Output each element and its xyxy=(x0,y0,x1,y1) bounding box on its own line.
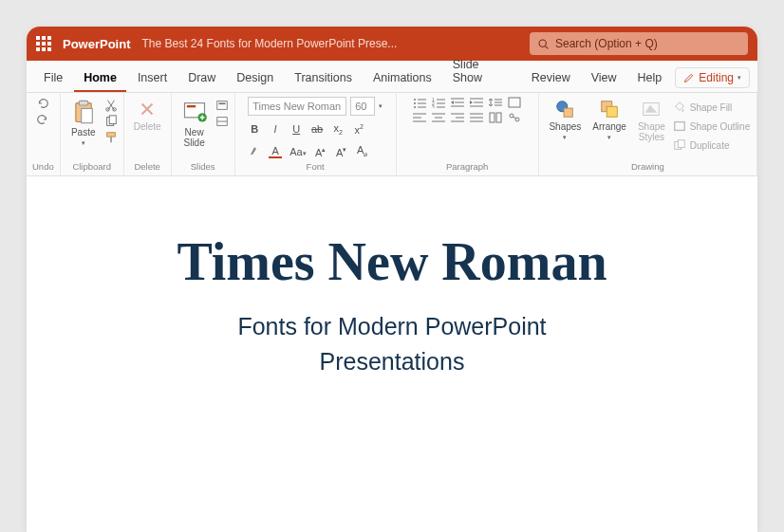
font-name-input[interactable]: Times New Roman xyxy=(248,97,346,116)
slide-canvas[interactable]: Times New Roman Fonts for Modern PowerPo… xyxy=(27,176,757,532)
tab-view[interactable]: View xyxy=(582,64,626,92)
increase-indent-button[interactable] xyxy=(470,97,483,108)
svg-rect-4 xyxy=(81,109,92,123)
group-undo-label: Undo xyxy=(32,161,54,174)
change-case-button[interactable]: Aa▾ xyxy=(289,146,306,157)
svg-point-6 xyxy=(112,108,116,112)
chevron-down-icon: ▾ xyxy=(82,139,85,147)
tab-animations[interactable]: Animations xyxy=(364,64,441,92)
svg-rect-62 xyxy=(675,122,685,131)
arrange-button[interactable]: Arrange ▾ xyxy=(588,97,630,143)
highlight-button[interactable] xyxy=(248,145,261,158)
editing-mode-button[interactable]: Editing ▾ xyxy=(675,67,750,88)
redo-icon[interactable] xyxy=(36,113,49,126)
group-slides: New Slide Slides xyxy=(172,93,235,175)
tab-insert[interactable]: Insert xyxy=(128,64,177,92)
font-color-button[interactable]: A xyxy=(269,145,282,158)
numbering-button[interactable]: 123 xyxy=(432,97,445,108)
justify-button[interactable] xyxy=(470,112,483,123)
align-right-button[interactable] xyxy=(451,112,464,123)
slide-subtitle-line2: Presentations xyxy=(320,348,465,375)
svg-point-18 xyxy=(414,99,416,101)
tab-draw[interactable]: Draw xyxy=(178,64,225,92)
arrange-icon xyxy=(599,99,620,119)
group-delete: Delete Delete xyxy=(124,93,172,175)
font-size-input[interactable]: 60 xyxy=(350,97,375,116)
font-name-value: Times New Roman xyxy=(252,101,341,112)
shape-outline-button[interactable]: Shape Outline xyxy=(673,119,750,133)
svg-rect-10 xyxy=(110,137,112,142)
clear-formatting-button[interactable]: A⌀ xyxy=(356,144,369,158)
svg-line-56 xyxy=(513,117,516,119)
format-painter-icon[interactable] xyxy=(104,131,118,144)
underline-button[interactable]: U xyxy=(289,123,303,135)
group-slides-label: Slides xyxy=(191,161,215,174)
tab-design[interactable]: Design xyxy=(227,64,283,92)
shape-fill-button[interactable]: Shape Fill xyxy=(673,101,732,114)
svg-rect-64 xyxy=(678,140,684,148)
group-paragraph: 123 Paragraph xyxy=(397,93,539,175)
layout-icon[interactable] xyxy=(215,99,229,112)
svg-point-5 xyxy=(105,108,109,112)
search-placeholder: Search (Option + Q) xyxy=(555,37,658,50)
arrange-label: Arrange xyxy=(592,121,626,132)
slide-subtitle[interactable]: Fonts for Modern PowerPoint Presentation… xyxy=(237,309,546,380)
bold-button[interactable]: B xyxy=(248,123,261,135)
strikethrough-button[interactable]: ab xyxy=(310,123,324,135)
new-slide-label: New Slide xyxy=(184,127,205,148)
decrease-indent-button[interactable] xyxy=(451,97,464,108)
svg-rect-60 xyxy=(607,106,617,117)
cut-icon[interactable] xyxy=(104,99,118,112)
shapes-button[interactable]: Shapes ▾ xyxy=(545,97,585,143)
tab-slide-show[interactable]: Slide Show xyxy=(443,50,520,92)
align-left-button[interactable] xyxy=(413,112,426,123)
section-icon[interactable] xyxy=(215,115,229,128)
subscript-button[interactable]: x2 xyxy=(331,122,345,136)
shrink-font-button[interactable]: A▾ xyxy=(335,146,348,158)
tab-help[interactable]: Help xyxy=(628,64,672,92)
line-spacing-button[interactable] xyxy=(489,97,502,108)
search-input[interactable]: Search (Option + Q) xyxy=(530,32,748,55)
new-slide-button[interactable]: New Slide xyxy=(177,97,212,150)
fill-icon xyxy=(673,101,686,114)
group-undo: Undo xyxy=(27,93,61,175)
duplicate-button[interactable]: Duplicate xyxy=(673,138,730,152)
grow-font-button[interactable]: A▴ xyxy=(314,146,327,158)
tab-review[interactable]: Review xyxy=(522,64,580,92)
bullets-button[interactable] xyxy=(413,97,426,108)
svg-rect-15 xyxy=(218,102,225,104)
slide-subtitle-line1: Fonts for Modern PowerPoint xyxy=(237,313,546,339)
smartart-button[interactable] xyxy=(508,112,521,123)
chevron-down-icon[interactable]: ▾ xyxy=(379,102,383,110)
svg-rect-8 xyxy=(109,116,116,124)
text-direction-button[interactable] xyxy=(508,97,521,108)
group-drawing-label: Drawing xyxy=(631,161,664,174)
title-bar: PowerPoint The Best 24 Fonts for Modern … xyxy=(27,27,757,61)
svg-rect-52 xyxy=(490,113,495,122)
slide-title[interactable]: Times New Roman xyxy=(177,231,607,292)
tab-transitions[interactable]: Transitions xyxy=(285,64,362,92)
undo-icon[interactable] xyxy=(36,97,49,110)
svg-rect-53 xyxy=(496,113,501,122)
superscript-button[interactable]: x2 xyxy=(352,123,365,136)
svg-line-1 xyxy=(546,46,549,48)
columns-button[interactable] xyxy=(489,112,502,123)
copy-icon[interactable] xyxy=(104,115,118,128)
paste-label: Paste xyxy=(71,127,96,138)
app-launcher-icon[interactable] xyxy=(36,36,51,51)
svg-point-22 xyxy=(414,106,416,108)
shapes-icon xyxy=(554,99,575,119)
tab-file[interactable]: File xyxy=(34,64,72,92)
svg-rect-14 xyxy=(216,101,227,110)
tab-home[interactable]: Home xyxy=(74,64,126,92)
shape-styles-button[interactable]: Shape Styles xyxy=(634,97,669,144)
align-center-button[interactable] xyxy=(432,112,445,123)
document-title[interactable]: The Best 24 Fonts for Modern PowerPoint … xyxy=(142,37,398,50)
new-slide-icon xyxy=(181,99,208,125)
delete-icon xyxy=(137,99,158,119)
paste-button[interactable]: Paste ▾ xyxy=(66,97,101,149)
duplicate-label: Duplicate xyxy=(690,140,730,151)
shape-styles-icon xyxy=(641,99,662,119)
italic-button[interactable]: I xyxy=(269,123,282,135)
delete-button[interactable]: Delete xyxy=(130,97,165,134)
